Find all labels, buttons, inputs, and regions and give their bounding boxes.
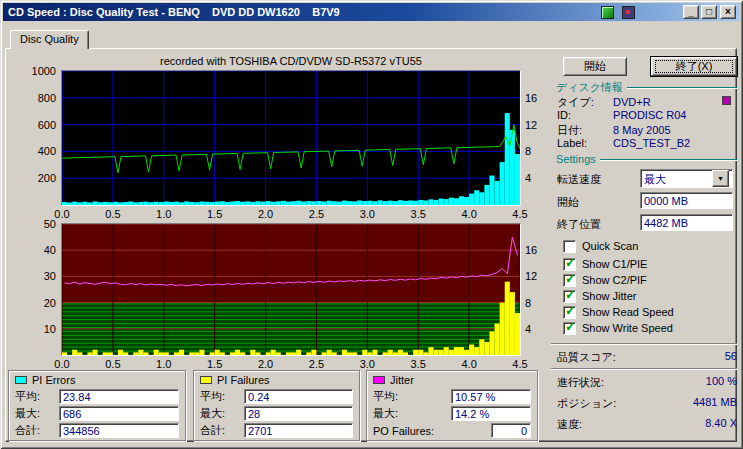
pi-errors-max-value: 686 xyxy=(59,406,179,421)
disc-label-row: Label: CDS_TEST_B2 xyxy=(557,137,735,150)
pi-failures-max-value: 28 xyxy=(244,406,353,421)
start-position-field[interactable]: 0000 MB xyxy=(640,192,733,209)
settings-header-label: Settings xyxy=(556,153,596,165)
disc-date-label: 日付: xyxy=(557,123,610,138)
check-icon: ✓ xyxy=(565,271,576,286)
stat-label: 平均: xyxy=(15,389,59,404)
axis-tick-label: 2.5 xyxy=(306,208,326,220)
disc-id-value: PRODISC R04 xyxy=(613,109,686,121)
stat-row: 合計: 2701 xyxy=(200,423,353,438)
disc-type-color-swatch xyxy=(722,96,731,105)
axis-tick-label: 4 xyxy=(525,323,531,335)
checkbox-show-read-speed[interactable]: ✓ Show Read Speed xyxy=(563,305,674,319)
stat-row: 平均: 23.84 xyxy=(15,389,179,404)
axis-tick-label: 200 xyxy=(38,172,56,184)
pi-errors-chart xyxy=(61,70,521,206)
axis-tick-label: 3.5 xyxy=(408,358,428,370)
axis-tick-label: 1.5 xyxy=(205,208,225,220)
axis-tick-label: 1.5 xyxy=(205,358,225,370)
transfer-speed-select[interactable]: 最大 ▼ xyxy=(640,169,733,188)
stats-box-jitter: Jitter 平均: 10.57 % 最大: 14.2 % PO Failure… xyxy=(366,370,538,441)
po-failures-value: 0 xyxy=(491,423,531,438)
jitter-chart-right-axis: 161284 xyxy=(523,224,547,355)
stat-label: 平均: xyxy=(200,389,244,404)
minimize-icon: _ xyxy=(688,6,694,17)
axis-tick-label: 3.5 xyxy=(408,208,428,220)
end-position-text: 終了位置 xyxy=(557,218,601,230)
transfer-speed-text: 転送速度 xyxy=(557,173,601,185)
close-icon: × xyxy=(725,6,731,17)
pi-errors-average-value: 23.84 xyxy=(59,389,179,404)
pi-errors-color-swatch xyxy=(15,376,27,384)
disc-label-value: CDS_TEST_B2 xyxy=(613,137,690,149)
minimize-button[interactable]: _ xyxy=(683,5,699,19)
jitter-chart-x-axis: 0.00.51.01.52.02.53.03.54.04.5 xyxy=(62,358,520,370)
stat-row: 平均: 0.24 xyxy=(200,389,353,404)
axis-tick-label: 12 xyxy=(525,119,537,131)
start-button-label: 開始 xyxy=(564,58,626,75)
start-button[interactable]: 開始 xyxy=(563,57,627,76)
axis-tick-label: 1000 xyxy=(32,65,56,77)
checkbox-show-write-speed[interactable]: ✓ Show Write Speed xyxy=(563,321,673,335)
stat-label: 合計: xyxy=(200,423,244,438)
checkbox-label: Show C1/PIE xyxy=(582,258,647,270)
pie-chart-x-axis: 0.00.51.01.52.02.53.03.54.04.5 xyxy=(62,208,520,220)
checkbox-box[interactable]: ✓ xyxy=(563,306,576,319)
checkbox-box[interactable]: ✓ xyxy=(563,290,576,303)
checkbox-quick-scan[interactable]: ✓ Quick Scan xyxy=(563,239,638,253)
stat-label: 最大: xyxy=(373,406,451,421)
start-position-text: 開始 xyxy=(557,196,579,208)
checkbox-show-c2-pif[interactable]: ✓ Show C2/PIF xyxy=(563,273,647,287)
pi-failures-total-value: 2701 xyxy=(244,423,353,438)
axis-tick-label: 4.0 xyxy=(459,208,479,220)
divider xyxy=(551,368,737,370)
jitter-average-value: 10.57 % xyxy=(451,389,531,404)
disc-label-label: Label: xyxy=(557,137,610,149)
disc-type-value: DVD+R xyxy=(613,96,651,108)
disc-date-value: 8 May 2005 xyxy=(613,124,670,136)
tab-disc-quality[interactable]: Disc Quality xyxy=(10,30,89,49)
chevron-down-icon[interactable]: ▼ xyxy=(712,170,729,187)
stat-label: 平均: xyxy=(373,389,451,404)
check-icon: ✓ xyxy=(565,287,576,302)
stats-box-title: PI Errors xyxy=(32,374,75,386)
pi-errors-total-value: 344856 xyxy=(59,423,179,438)
disc-type-row: タイプ: DVD+R xyxy=(557,95,735,108)
quality-score-label: 品質スコア: xyxy=(557,350,616,363)
axis-tick-label: 400 xyxy=(38,145,56,157)
stat-label: 合計: xyxy=(15,423,59,438)
axis-tick-label: 800 xyxy=(38,92,56,104)
checkbox-box[interactable]: ✓ xyxy=(563,240,576,253)
checkbox-label: Quick Scan xyxy=(582,240,638,252)
chart-recorded-with-label: recorded with TOSHIBA CD/DVDW SD-R5372 v… xyxy=(62,55,520,67)
end-position-field[interactable]: 4482 MB xyxy=(640,214,733,231)
axis-tick-label: 0.0 xyxy=(52,358,72,370)
checkbox-show-jitter[interactable]: ✓ Show Jitter xyxy=(563,289,636,303)
maximize-button[interactable]: □ xyxy=(701,5,717,19)
progress-label: 進行状況: xyxy=(557,375,604,388)
stats-box-pi-errors: PI Errors 平均: 23.84 最大: 686 合計: 344856 xyxy=(8,370,186,441)
checkbox-box[interactable]: ✓ xyxy=(563,274,576,287)
titlebar-controls: _ □ × xyxy=(601,5,736,19)
axis-tick-label: 600 xyxy=(38,119,56,131)
titlebar-green-app-icon[interactable] xyxy=(601,6,614,19)
stat-label: 最大: xyxy=(200,406,244,421)
pi-failures-average-value: 0.24 xyxy=(244,389,353,404)
axis-tick-label: 0.5 xyxy=(103,208,123,220)
checkbox-show-c1-pie[interactable]: ✓ Show C1/PIE xyxy=(563,257,647,271)
stop-button[interactable]: 終了(X) xyxy=(651,57,737,76)
checkbox-box[interactable]: ✓ xyxy=(563,258,576,271)
position-label: ポジション: xyxy=(557,396,616,409)
progress-value: 100 % xyxy=(706,375,737,388)
axis-tick-label: 4.0 xyxy=(459,358,479,370)
stop-button-label: 終了(X) xyxy=(655,60,733,73)
stats-box-title: PI Failures xyxy=(217,374,270,386)
checkbox-label: Show Write Speed xyxy=(582,322,673,334)
close-button[interactable]: × xyxy=(720,5,736,19)
checkbox-box[interactable]: ✓ xyxy=(563,322,576,335)
titlebar-purple-app-icon[interactable] xyxy=(622,6,635,19)
settings-section-header: Settings xyxy=(556,153,737,165)
quality-score-value: 56 xyxy=(725,350,737,363)
titlebar[interactable]: CD Speed : Disc Quality Test - BENQ DVD … xyxy=(3,3,740,21)
check-icon: ✓ xyxy=(565,303,576,318)
